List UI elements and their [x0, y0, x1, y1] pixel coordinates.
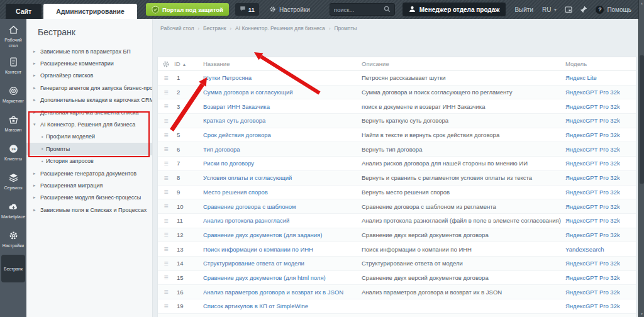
model-link[interactable]: ЯндексGPT Pro 32k	[565, 146, 620, 153]
drag-handle-icon[interactable]: ≡	[158, 175, 174, 181]
sidebar-item-marketplace[interactable]: Marketplace	[0, 196, 26, 225]
menu-item-ai-connector[interactable]: ▾AI Коннектор. Решения для бизнеса	[26, 118, 152, 130]
column-header-id[interactable]: ID▲	[174, 60, 203, 67]
menu-item[interactable]: ▸Зависимые поля в параметрах БП	[26, 45, 152, 57]
drag-handle-icon[interactable]: ≡	[158, 89, 174, 96]
drag-handle-icon[interactable]: ≡	[158, 289, 174, 295]
model-link[interactable]: ЯндексGPT Pro 32k	[565, 274, 620, 281]
sidebar-item-бестранк[interactable]: Бестранк	[1, 255, 25, 282]
menu-item[interactable]: ▸Органайзер списков	[26, 70, 152, 82]
menu-item[interactable]: ▸Детальная карточка элемента списка	[26, 106, 152, 118]
current-user-button[interactable]: Менеджер отдела продаж	[402, 3, 506, 16]
prompt-name-link[interactable]: Краткая суть договора	[203, 117, 265, 124]
prompt-name-link[interactable]: Анализ параметров договора и возврат их …	[203, 289, 343, 296]
sidebar-item-настройки[interactable]: Настройки	[0, 225, 26, 253]
menu-item[interactable]: ▸Расширение модуля бизнес-процессы	[26, 192, 152, 204]
menu-item[interactable]: ▸Расширенная миграция	[26, 179, 152, 191]
prompt-name-link[interactable]: Сравнение двух документов (для html поля…	[203, 274, 326, 281]
menu-subitem[interactable]: ▪Промпты	[26, 143, 152, 155]
prompt-name-link[interactable]: Сравнение двух документов (для задания)	[203, 231, 322, 238]
column-header-name[interactable]: Название	[203, 60, 362, 67]
prompt-name-link[interactable]: Тип договора	[203, 146, 240, 153]
drag-handle-icon[interactable]: ≡	[158, 103, 174, 109]
drag-handle-icon[interactable]: ≡	[158, 118, 174, 124]
breadcrumb-item[interactable]: AI Коннектор. Решения для бизнеса	[235, 25, 325, 31]
menu-item[interactable]: ▸Генератор агентов для запуска бизнес-пр…	[26, 82, 152, 94]
portal-protected-button[interactable]: Портал под защитой	[146, 3, 229, 16]
prompt-name-link[interactable]: Срок действия договора	[203, 131, 271, 138]
prompt-name-link[interactable]: Поиск информации о компании по ИНН	[203, 246, 313, 253]
drag-handle-icon[interactable]: ≡	[158, 260, 174, 267]
breadcrumb-item[interactable]: Промпты	[334, 25, 357, 31]
help-button[interactable]: ? Помощь	[596, 6, 631, 14]
prompt-name-link[interactable]: Список артикулов в КП от SimpleWine	[203, 303, 308, 309]
model-link[interactable]: ЯндексGPT Pro 32k	[565, 189, 620, 196]
notifications-badge[interactable]: 11	[235, 3, 259, 16]
prompt-name-link[interactable]: Сумма договора и согласующий	[203, 89, 293, 96]
model-link[interactable]: ЯндексGPT Pro 32k	[565, 260, 620, 267]
model-link[interactable]: ЯндексGPT Pro 32k	[565, 203, 620, 210]
menu-item[interactable]: ▸Дополнительные вкладки в карточках CRM	[26, 94, 152, 106]
drag-handle-icon[interactable]: ≡	[158, 274, 174, 281]
model-link[interactable]: ЯндексGPT Pro 32k	[565, 89, 620, 96]
model-link[interactable]: Яндекс Lite	[565, 74, 597, 81]
tab-site[interactable]: Сайт	[6, 4, 42, 19]
table-settings-gear-icon[interactable]	[158, 60, 174, 68]
drag-handle-icon[interactable]: ≡	[158, 75, 174, 81]
scrollbar-thumb[interactable]	[640, 55, 644, 184]
model-link[interactable]: ЯндексGPT Pro 32k	[565, 289, 620, 296]
desktop-app-icon[interactable]	[565, 6, 572, 13]
tab-administration[interactable]: Администрирование	[43, 4, 137, 19]
menu-subitem[interactable]: ▪Профили моделей	[26, 131, 152, 143]
menu-item[interactable]: ▸Зависимые поля в Списках и Процессах	[26, 204, 152, 216]
search-icon[interactable]	[384, 4, 391, 15]
model-link[interactable]: ЯндексGPT Pro 32k	[565, 131, 620, 138]
prompt-name-link[interactable]: Риски по договору	[203, 160, 254, 167]
model-link[interactable]: ЯндексGPT Pro 32k	[565, 303, 620, 309]
sidebar-item-контент[interactable]: Контент	[0, 51, 26, 80]
drag-handle-icon[interactable]: ≡	[158, 303, 174, 309]
drag-handle-icon[interactable]: ≡	[158, 218, 174, 224]
model-link[interactable]: ЯндексGPT Pro 32k	[565, 117, 620, 124]
sidebar-item-маркетинг[interactable]: Маркетинг	[0, 80, 26, 109]
column-header-model[interactable]: Модель	[565, 60, 636, 67]
sidebar-item-клиенты[interactable]: 24Клиенты	[0, 138, 26, 167]
prompt-name-link[interactable]: Структурирование ответа от модели	[203, 260, 304, 267]
logout-link[interactable]: Выйти	[514, 6, 533, 13]
drag-handle-icon[interactable]: ≡	[158, 231, 174, 238]
prompt-name-link[interactable]: Сравнение договора с шаблоном	[203, 203, 296, 210]
topbar-search[interactable]	[330, 3, 395, 16]
topbar-settings[interactable]: Настройки	[269, 6, 310, 14]
breadcrumb-item[interactable]: Рабочий стол	[160, 25, 194, 31]
drag-handle-icon[interactable]: ≡	[158, 160, 174, 167]
sidebar-item-магазин[interactable]: Магазин	[0, 109, 26, 138]
prompt-name-link[interactable]: Возврат ИНН Заказчика	[203, 103, 270, 110]
model-link[interactable]: ЯндексGPT Pro 32k	[565, 174, 620, 181]
scroll-up-icon[interactable]: ▲	[639, 1, 644, 5]
drag-handle-icon[interactable]: ≡	[158, 189, 174, 195]
vertical-scrollbar[interactable]: ▲ ▼	[638, 0, 644, 317]
scroll-down-icon[interactable]: ▼	[639, 312, 644, 316]
column-header-description[interactable]: Описание	[362, 60, 565, 67]
prompt-name-link[interactable]: Место решения споров	[203, 189, 268, 196]
prompt-name-link[interactable]: Условия оплаты и согласующий	[203, 174, 292, 181]
model-link[interactable]: ЯндексGPT Pro 32k	[565, 103, 620, 110]
model-link[interactable]: ЯндексGPT Pro 32k	[565, 231, 620, 238]
menu-item[interactable]: ▸Расширенные комментарии	[26, 57, 152, 69]
model-link[interactable]: YandexSearch	[565, 246, 604, 253]
search-input[interactable]	[334, 6, 384, 13]
sidebar-item-рабочий-стол[interactable]: Рабочий стол	[0, 22, 26, 51]
menu-subitem[interactable]: ▪История запросов	[26, 155, 152, 167]
sidebar-item-сервисы[interactable]: Сервисы	[0, 167, 26, 196]
model-link[interactable]: ЯндексGPT Pro 32k	[565, 217, 620, 224]
drag-handle-icon[interactable]: ≡	[158, 246, 174, 252]
prompt-name-link[interactable]: Шутки Петросяна	[203, 74, 252, 81]
pin-icon[interactable]	[580, 6, 587, 13]
prompt-name-link[interactable]: Анализ протокола разногласий	[203, 217, 289, 224]
drag-handle-icon[interactable]: ≡	[158, 146, 174, 152]
drag-handle-icon[interactable]: ≡	[158, 132, 174, 138]
language-selector[interactable]: RU ▼	[542, 6, 557, 13]
model-link[interactable]: ЯндексGPT Pro 32k	[565, 160, 620, 167]
menu-item[interactable]: ▸Расширение генератора документов	[26, 167, 152, 179]
drag-handle-icon[interactable]: ≡	[158, 203, 174, 209]
